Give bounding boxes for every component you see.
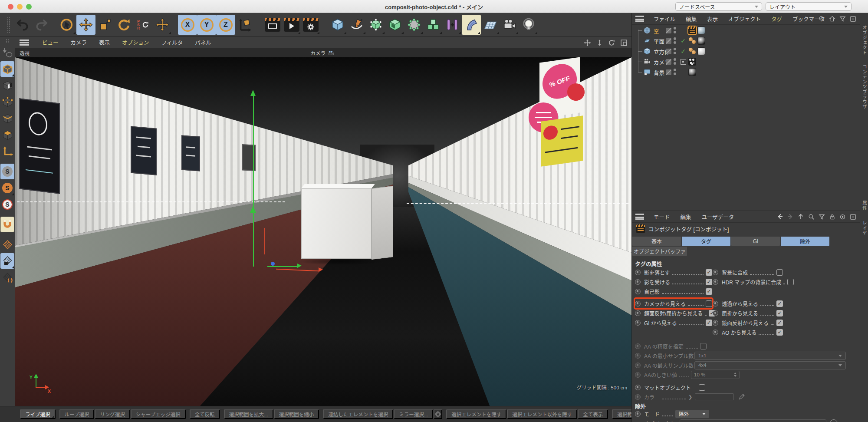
phong-tag[interactable] [688,47,696,55]
selection-button[interactable]: 選択範囲を縮小 [274,409,319,419]
dock-tab-attributes[interactable]: 属性 [861,201,868,211]
checkbox[interactable] [706,279,712,285]
z-axis-lock-icon[interactable]: Z [216,15,235,35]
aa-min-dropdown[interactable]: 1x1 [694,352,846,360]
search-icon[interactable] [817,14,826,23]
object-row[interactable]: 空 [632,25,860,36]
animation-dot[interactable] [635,279,641,285]
object-row[interactable]: 平面 ✓ [632,36,860,46]
subdivision-surface-icon[interactable] [366,15,385,35]
texture-tag[interactable] [697,37,705,45]
make-editable-icon[interactable] [0,45,14,60]
attribute-tab[interactable]: オブジェクトバッファ [632,247,687,256]
picker-icon[interactable]: ▶ [830,419,838,422]
visibility-dots[interactable] [674,37,676,45]
panel-menu-icon[interactable] [635,16,644,22]
y-axis-gizmo[interactable] [253,96,254,266]
texture-tag[interactable] [688,68,696,76]
forward-arrow-icon[interactable] [786,212,795,221]
animation-dot[interactable] [635,310,641,316]
scale-tool-icon[interactable] [95,15,115,35]
light-icon[interactable] [519,15,538,35]
active-camera-label[interactable]: カメラ [311,49,334,56]
animation-dot[interactable] [713,310,718,316]
bend-deformer-icon[interactable] [462,15,481,35]
selection-button[interactable]: ライブ選択 [20,409,56,419]
animation-dot[interactable] [635,270,641,275]
checkbox[interactable] [706,288,712,295]
checkbox[interactable] [776,310,783,316]
home-icon[interactable] [827,14,837,23]
workplane-icon[interactable] [0,237,14,252]
checkbox[interactable] [787,279,794,285]
color-swatch[interactable] [695,393,734,400]
model-mode-icon[interactable] [0,61,14,77]
animation-dot[interactable] [635,385,641,390]
phong-tag[interactable] [688,37,696,45]
layer-swatch[interactable] [666,69,671,75]
workplane-mode-icon[interactable] [0,270,14,285]
viewport-scene[interactable]: % OFF Y [15,57,631,406]
camera-icon[interactable] [500,15,519,35]
checkbox[interactable] [776,320,783,326]
primitive-cube-icon[interactable] [328,15,347,35]
eyedropper-icon[interactable] [738,393,745,400]
layer-swatch[interactable] [666,38,671,44]
selection-button[interactable]: リング選択 [95,409,130,419]
filter-icon[interactable] [838,14,847,23]
rotate-tool-icon[interactable] [115,15,134,35]
visibility-dots[interactable] [674,48,676,56]
field-icon[interactable] [404,15,424,35]
texture-tag[interactable] [697,26,705,34]
checkbox[interactable] [706,300,712,307]
selection-button[interactable] [434,409,442,419]
rotate-view-icon[interactable] [607,38,616,47]
new-panel-icon[interactable] [848,14,858,23]
checkbox[interactable] [700,343,707,349]
checkbox[interactable] [776,329,783,336]
enabled-check[interactable]: ✓ [680,48,687,55]
redo-icon[interactable] [32,15,51,35]
coordinate-move-icon[interactable] [153,15,172,35]
dock-tab-objects[interactable]: オブジェクト [861,25,868,55]
checkbox[interactable] [706,320,712,326]
polygon-mode-icon[interactable] [0,127,14,143]
volume-icon[interactable] [443,15,462,35]
snap-3d-icon[interactable]: S [0,180,14,196]
menu-item[interactable]: 編集 [675,213,697,221]
animation-dot[interactable] [635,320,641,326]
menu-item[interactable]: オブジェクト [723,15,766,23]
attribute-tab[interactable]: タグ [682,237,730,246]
menu-item[interactable]: 編集 [681,15,702,23]
selection-button[interactable]: ミラー選択... [394,409,433,419]
animation-dot[interactable] [713,330,718,335]
cube-object[interactable] [301,188,372,259]
dock-tab-content-browser[interactable]: コンテンツブラウザ [861,64,868,109]
viewport-menu-item[interactable]: オプション [116,38,155,46]
active-camera-toggle[interactable] [680,58,687,65]
menu-item[interactable]: ユーザデータ [697,213,740,221]
enabled-check[interactable]: ✓ [680,37,687,44]
search-icon[interactable] [806,212,816,221]
new-panel-icon[interactable] [848,212,858,221]
layout-dropdown[interactable]: レイアウト [766,2,852,11]
animation-dot[interactable] [713,279,718,285]
magnet-icon[interactable] [0,217,14,232]
maximize-view-icon[interactable] [619,38,628,47]
checkbox[interactable] [776,269,783,276]
object-row[interactable]: カメラ [632,56,860,67]
layer-swatch[interactable] [666,28,671,33]
panel-menu-icon[interactable] [635,214,644,220]
selection-button[interactable]: シャープエッジ選択 [131,409,186,419]
zoom-view-icon[interactable] [595,38,604,47]
object-name[interactable]: 空 [654,27,659,35]
back-arrow-icon[interactable] [775,212,785,221]
object-row[interactable]: 立方体 ✓ [632,46,860,56]
point-mode-icon[interactable] [0,94,14,110]
selection-button[interactable]: 全て反転 [190,409,220,419]
menu-item[interactable]: 表示 [702,15,723,23]
visibility-dots[interactable] [674,69,676,76]
exclusion-object-field[interactable] [680,419,826,422]
toolbar-grip[interactable] [7,16,10,33]
spline-pen-icon[interactable] [347,15,366,35]
